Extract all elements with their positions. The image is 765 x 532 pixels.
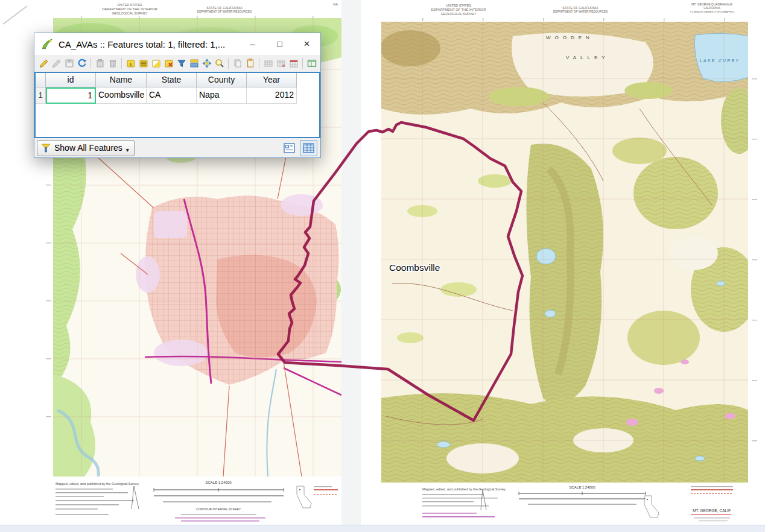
svg-text:GEOLOGICAL SURVEY: GEOLOGICAL SURVEY — [112, 11, 148, 15]
zoom-to-selected-icon[interactable] — [213, 57, 226, 70]
table-row: 1 1 Coombsville CA Napa 2012 — [36, 87, 319, 104]
svg-text:DEPARTMENT OF THE INTERIOR: DEPARTMENT OF THE INTERIOR — [102, 7, 157, 11]
svg-text:STATE OF CALIFORNIA: STATE OF CALIFORNIA — [206, 6, 243, 10]
dock-table-icon[interactable] — [305, 57, 318, 70]
paste-rows-icon[interactable] — [244, 57, 256, 70]
qgis-app-icon — [40, 37, 54, 51]
form-view-button[interactable] — [281, 140, 298, 156]
ava-feature-label: Coombsville — [389, 262, 440, 273]
svg-text:ε: ε — [129, 60, 132, 67]
reload-icon[interactable] — [75, 57, 88, 70]
lake-curry — [694, 33, 749, 81]
svg-text:MT. GEORGE, CALIF.: MT. GEORGE, CALIF. — [693, 508, 731, 513]
row-number[interactable]: 1 — [36, 87, 46, 104]
svg-text:MT. GEORGE QUADRANGLE: MT. GEORGE QUADRANGLE — [691, 2, 732, 6]
svg-text:DEPARTMENT OF THE INTERIOR: DEPARTMENT OF THE INTERIOR — [431, 8, 486, 11]
svg-text:DEPARTMENT OF WATER RESOURCES: DEPARTMENT OF WATER RESOURCES — [197, 10, 252, 13]
show-all-features-button[interactable]: Show All Features ▾ — [37, 140, 135, 156]
canvas-bottom-border — [0, 525, 765, 525]
save-edits-icon — [63, 57, 75, 70]
select-by-expression-icon[interactable]: ε — [124, 57, 137, 70]
move-selection-top-icon[interactable] — [188, 57, 200, 70]
cell-name[interactable]: Coombsville — [96, 87, 147, 104]
minimize-button[interactable]: – — [239, 33, 266, 55]
select-all-icon[interactable] — [137, 57, 150, 70]
svg-text:NA: NA — [333, 2, 338, 6]
svg-text:SCALE 1:24000: SCALE 1:24000 — [205, 481, 232, 484]
svg-text:STATE OF CALIFORNIA: STATE OF CALIFORNIA — [562, 6, 598, 10]
wooden-valley-label-2: VALLEY — [566, 55, 609, 60]
pan-to-selected-icon[interactable] — [200, 57, 213, 70]
new-field-icon — [262, 57, 275, 70]
toolbar-separator — [228, 58, 229, 69]
table-header-row: id Name State County Year — [36, 73, 319, 87]
svg-text:Mapped, edited, and published: Mapped, edited, and published by the Geo… — [56, 482, 139, 486]
form-view-icon — [284, 143, 295, 153]
wooden-valley-label-1: WOODEN — [546, 35, 594, 40]
close-button[interactable]: × — [293, 33, 320, 55]
column-header-year[interactable]: Year — [247, 73, 297, 87]
field-calculator-icon — [287, 57, 300, 70]
column-header-id[interactable]: id — [46, 73, 96, 87]
paste-features-icon — [94, 57, 106, 70]
svg-text:DEPARTMENT OF WATER RESOURCES: DEPARTMENT OF WATER RESOURCES — [553, 10, 608, 13]
table-view-icon — [303, 143, 314, 153]
column-header-county[interactable]: County — [197, 73, 247, 87]
table-view-button[interactable] — [300, 140, 317, 156]
toolbar-separator — [259, 58, 259, 69]
svg-text:Mapped, edited, and published: Mapped, edited, and published by the Geo… — [422, 487, 506, 491]
titlebar[interactable]: CA_AVAs :: Features total: 1, filtered: … — [34, 33, 320, 55]
toolbar-separator — [90, 58, 91, 69]
invert-selection-icon[interactable] — [150, 57, 162, 70]
filter-funnel-icon — [41, 144, 51, 153]
delete-selected-icon — [106, 57, 119, 70]
window-title: CA_AVAs :: Features total: 1, filtered: … — [59, 39, 239, 49]
svg-text:CALIFORNIA: CALIFORNIA — [703, 7, 721, 10]
show-all-features-label: Show All Features — [54, 143, 122, 153]
column-header-name[interactable]: Name — [96, 73, 147, 87]
svg-text:GEOLOGICAL SURVEY: GEOLOGICAL SURVEY — [441, 12, 477, 16]
cell-county[interactable]: Napa — [197, 87, 247, 104]
view-toggles — [281, 140, 317, 156]
copy-rows-icon — [231, 57, 244, 70]
toolbar-separator — [121, 58, 122, 69]
deselect-all-icon[interactable] — [162, 57, 175, 70]
attribute-table-window: CA_AVAs :: Features total: 1, filtered: … — [34, 33, 321, 158]
svg-text:UNITED STATES: UNITED STATES — [117, 3, 142, 7]
dropdown-caret-icon: ▾ — [126, 147, 129, 153]
lake-curry-label: LAKE CURRY — [700, 59, 740, 63]
bottom-bar: Show All Features ▾ — [34, 138, 320, 157]
attribute-table-toolbar: ε — [34, 55, 320, 72]
canvas-bottom-strip — [0, 525, 765, 532]
header-stub[interactable] — [36, 73, 46, 87]
delete-field-icon — [275, 57, 287, 70]
maximize-button[interactable]: □ — [266, 33, 293, 55]
attribute-table: id Name State County Year 1 1 Coombsvill… — [34, 72, 320, 138]
filter-select-icon[interactable] — [175, 57, 188, 70]
cell-id[interactable]: 1 — [46, 87, 96, 104]
svg-text:SCALE 1:24000: SCALE 1:24000 — [569, 486, 595, 489]
toolbar-separator — [302, 58, 303, 69]
toggle-editing-icon[interactable] — [37, 57, 50, 70]
cell-year[interactable]: 2012 — [247, 87, 297, 104]
cell-state[interactable]: CA — [147, 87, 197, 104]
svg-text:UNITED STATES: UNITED STATES — [446, 4, 471, 7]
column-header-state[interactable]: State — [147, 73, 197, 87]
right-map-body — [380, 22, 757, 483]
multi-edit-icon — [50, 57, 63, 70]
svg-text:CONTOUR INTERVAL 20 FEET: CONTOUR INTERVAL 20 FEET — [196, 507, 241, 511]
svg-text:7.5 MINUTE SERIES (TOPOGRAPHIC: 7.5 MINUTE SERIES (TOPOGRAPHIC) — [690, 10, 735, 13]
